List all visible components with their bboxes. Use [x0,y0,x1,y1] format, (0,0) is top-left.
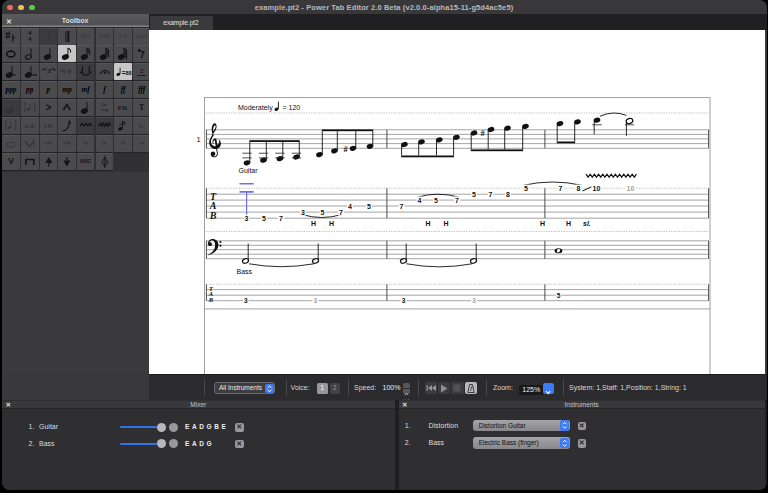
svg-text:1: 1 [197,135,201,144]
svg-text:7: 7 [279,215,283,222]
svg-text:H: H [566,220,571,227]
svg-text:H: H [425,220,430,227]
svg-text:5: 5 [524,185,528,192]
svg-text:7: 7 [455,197,459,204]
svg-text:B: B [209,210,217,221]
svg-text:H: H [311,220,316,227]
svg-text:3: 3 [402,297,406,304]
svg-text:3: 3 [301,209,305,216]
svg-text:8: 8 [577,185,581,192]
svg-text:5: 5 [557,292,561,299]
svg-text:3: 3 [245,215,249,222]
svg-text:10: 10 [593,185,601,192]
svg-text:Guitar: Guitar [239,167,259,174]
svg-text:7: 7 [559,185,563,192]
svg-text:5: 5 [472,191,476,198]
svg-text:H: H [443,220,448,227]
svg-text:4: 4 [418,197,422,204]
svg-text:4: 4 [348,203,352,210]
svg-text:5: 5 [434,197,438,204]
svg-text:5:4: 5:4 [63,70,71,76]
svg-text:10: 10 [627,185,635,192]
svg-text:5: 5 [321,209,325,216]
svg-text:= 120: = 120 [283,104,301,111]
svg-text:=88: =88 [122,70,132,77]
svg-text:B: B [208,296,214,303]
svg-text:8: 8 [506,191,510,198]
svg-text:Moderately: Moderately [238,104,273,112]
svg-text:5: 5 [262,215,266,222]
svg-text:5: 5 [367,203,371,210]
svg-text:sl.: sl. [583,220,591,227]
svg-text:3: 3 [314,297,318,304]
svg-text:H: H [329,220,334,227]
svg-text:7: 7 [489,191,493,198]
svg-text:3: 3 [244,297,248,304]
svg-text:7: 7 [400,203,404,210]
svg-text:3: 3 [472,297,476,304]
svg-text:Bass: Bass [237,268,253,275]
svg-text:3: 3 [47,68,51,75]
svg-text:7: 7 [339,209,343,216]
svg-text:H: H [540,220,545,227]
